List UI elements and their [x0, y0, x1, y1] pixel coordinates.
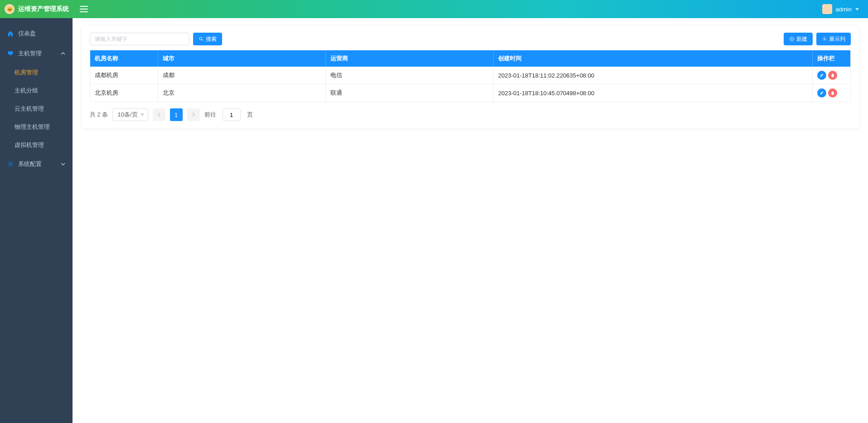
sidebar-submenu-host: 机房管理 主机分组 云主机管理 物理主机管理 虚拟机管理: [0, 63, 73, 154]
pagination-total: 共 2 条: [90, 111, 108, 119]
svg-rect-0: [8, 51, 13, 54]
button-label: 搜索: [206, 35, 217, 43]
cell-ops: [813, 67, 851, 84]
svg-point-3: [199, 37, 202, 40]
button-label: 新建: [796, 35, 807, 43]
sidebar-item-room-mgmt[interactable]: 机房管理: [0, 63, 73, 82]
main-container: 仪表盘 主机管理 机房管理 主机分组 云主机管理 物理主机管理 虚拟机管理 系统…: [0, 18, 868, 423]
table-header-city: 城市: [158, 50, 326, 67]
table-body: 成都机房成都电信2023-01-18T18:11:02.220635+08:00…: [90, 67, 851, 102]
search-icon: [199, 36, 204, 42]
cell-created: 2023-01-18T18:11:02.220635+08:00: [494, 67, 813, 84]
sidebar-item-dashboard[interactable]: 仪表盘: [0, 24, 73, 44]
cell-city: 成都: [158, 67, 326, 84]
cell-isp: 电信: [326, 67, 494, 84]
edit-icon: [820, 73, 824, 78]
sidebar-item-host-mgmt[interactable]: 主机管理: [0, 44, 73, 63]
sidebar-item-label: 仪表盘: [18, 29, 36, 38]
hamburger-icon[interactable]: [80, 6, 88, 12]
sidebar: 仪表盘 主机管理 机房管理 主机分组 云主机管理 物理主机管理 虚拟机管理 系统…: [0, 18, 73, 423]
table-header-name: 机房名称: [90, 50, 158, 67]
cell-city: 北京: [158, 84, 326, 102]
sidebar-item-label: 云主机管理: [15, 105, 44, 113]
data-table: 机房名称 城市 运营商 创建时间 操作栏 成都机房成都电信2023-01-18T…: [90, 50, 851, 102]
edit-button[interactable]: [817, 71, 826, 80]
pagination-page-1-button[interactable]: 1: [170, 108, 183, 121]
svg-point-5: [824, 39, 825, 40]
user-menu[interactable]: admin: [822, 4, 859, 14]
sidebar-item-label: 虚拟机管理: [15, 141, 44, 149]
pagination: 共 2 条 10条/页 1 前往 页: [90, 108, 851, 121]
table-row: 成都机房成都电信2023-01-18T18:11:02.220635+08:00: [90, 67, 851, 84]
chevron-down-icon: [855, 8, 859, 10]
app-header: 🐱 运维资产管理系统 admin: [0, 0, 868, 18]
trash-icon: [830, 91, 835, 95]
toolbar: 搜索 新建 展示列: [90, 33, 851, 45]
main-content: 搜索 新建 展示列 机房名称 城: [73, 18, 868, 423]
page-size-label: 10条/页: [117, 111, 137, 119]
svg-point-2: [10, 163, 11, 165]
chevron-down-icon: [61, 162, 65, 166]
username: admin: [836, 6, 852, 13]
table-header-isp: 运营商: [326, 50, 494, 67]
app-title: 运维资产管理系统: [18, 5, 69, 13]
chevron-down-icon: [141, 114, 144, 116]
show-columns-button[interactable]: 展示列: [816, 33, 851, 45]
delete-button[interactable]: [828, 88, 837, 97]
sidebar-item-label: 系统配置: [18, 160, 42, 168]
trash-icon: [830, 73, 835, 78]
button-label: 展示列: [829, 35, 845, 43]
chevron-up-icon: [61, 51, 65, 56]
sidebar-item-system-config[interactable]: 系统配置: [0, 154, 73, 174]
monitor-icon: [7, 50, 14, 57]
sidebar-item-label: 主机管理: [18, 49, 42, 58]
table-header: 机房名称 城市 运营商 创建时间 操作栏: [90, 50, 851, 67]
pagination-goto-suffix: 页: [247, 111, 253, 119]
cell-isp: 联通: [326, 84, 494, 102]
chevron-left-icon: [157, 112, 161, 117]
chevron-right-icon: [192, 112, 195, 117]
svg-rect-1: [10, 55, 11, 56]
plus-circle-icon: [789, 36, 795, 42]
page-size-select[interactable]: 10条/页: [112, 108, 148, 121]
sidebar-item-label: 机房管理: [15, 68, 38, 77]
avatar: [822, 4, 832, 14]
pagination-next-button[interactable]: [187, 108, 200, 121]
sidebar-item-label: 主机分组: [15, 87, 38, 95]
search-button[interactable]: 搜索: [193, 33, 222, 45]
search-input[interactable]: [90, 33, 189, 45]
pagination-goto-prefix: 前往: [204, 111, 216, 119]
home-icon: [7, 30, 14, 37]
pagination-prev-button[interactable]: [153, 108, 165, 121]
gear-icon: [7, 161, 14, 167]
sidebar-item-label: 物理主机管理: [15, 123, 50, 131]
new-button[interactable]: 新建: [784, 33, 813, 45]
sidebar-item-cloud-host-mgmt[interactable]: 云主机管理: [0, 100, 73, 118]
sidebar-item-host-group[interactable]: 主机分组: [0, 82, 73, 100]
table-header-ops: 操作栏: [813, 50, 851, 67]
edit-button[interactable]: [817, 88, 826, 97]
sidebar-item-vm-mgmt[interactable]: 虚拟机管理: [0, 136, 73, 154]
gear-icon: [822, 36, 827, 42]
app-logo-icon: 🐱: [5, 4, 15, 14]
logo-wrap: 🐱 运维资产管理系统: [5, 4, 80, 14]
content-card: 搜索 新建 展示列 机房名称 城: [82, 25, 859, 128]
sidebar-item-physical-host-mgmt[interactable]: 物理主机管理: [0, 118, 73, 136]
table-row: 北京机房北京联通2023-01-18T18:10:45.070498+08:00: [90, 84, 851, 102]
cell-name: 成都机房: [90, 67, 158, 84]
table-header-created: 创建时间: [494, 50, 813, 67]
page-number: 1: [175, 112, 178, 118]
edit-icon: [820, 91, 824, 95]
pagination-goto-input[interactable]: [223, 108, 241, 121]
cell-name: 北京机房: [90, 84, 158, 102]
delete-button[interactable]: [828, 71, 837, 80]
cell-created: 2023-01-18T18:10:45.070498+08:00: [494, 84, 813, 102]
cell-ops: [813, 84, 851, 102]
